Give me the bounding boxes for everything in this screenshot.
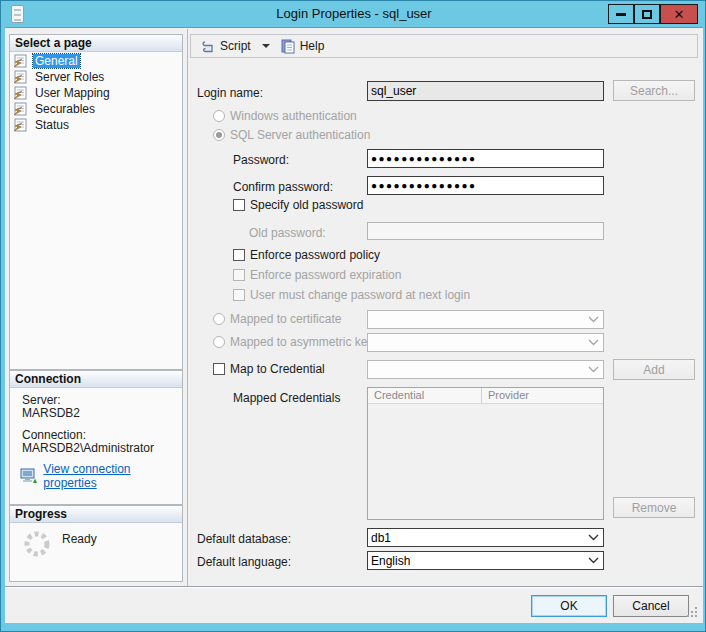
checkbox-icon [233,249,245,261]
sidebar-item-label: General [33,54,80,68]
footer-separator [5,586,703,588]
windows-auth-label: Windows authentication [230,109,357,123]
connection-properties-icon [20,468,37,484]
default-database-value: db1 [371,531,391,545]
mapped-credentials-label: Mapped Credentials [233,391,340,405]
enforce-expiration-label: Enforce password expiration [250,268,401,282]
server-value: MARSDB2 [22,406,80,420]
enforce-policy-checkbox[interactable]: Enforce password policy [233,248,380,262]
radio-icon [213,313,225,325]
mapped-certificate-radio: Mapped to certificate [213,312,341,326]
sidebar-item-securables[interactable]: Securables [10,101,182,117]
sql-auth-radio: SQL Server authentication [213,128,370,142]
mapped-asymmetric-key-radio: Mapped to asymmetric key [213,335,373,349]
script-button[interactable]: Script [197,37,254,56]
column-header-provider: Provider [482,388,529,403]
sidebar-item-label: Server Roles [33,70,106,84]
script-icon [200,39,216,54]
page-icon [13,102,29,117]
help-button[interactable]: Help [278,37,328,56]
cancel-button[interactable]: Cancel [613,595,689,617]
radio-icon [213,110,225,122]
script-dropdown-icon[interactable] [262,44,270,48]
credential-combo [367,360,604,379]
password-input[interactable] [367,149,604,168]
default-language-combo[interactable]: English [367,551,604,570]
checkbox-icon [233,289,245,301]
progress-panel: Progress Ready [9,505,183,582]
mapped-credentials-table[interactable]: Credential Provider [367,387,604,520]
specify-old-password-label: Specify old password [250,198,363,212]
pane-divider [187,29,188,586]
select-a-page-panel: Select a page General Server Roles User … [9,34,183,370]
progress-spinner-icon [22,529,52,559]
map-to-credential-checkbox[interactable]: Map to Credential [213,362,325,376]
chevron-down-icon [588,534,599,541]
mapped-asymmetric-key-label: Mapped to asymmetric key [230,335,373,349]
server-label: Server: [22,393,61,407]
select-a-page-header: Select a page [10,35,182,52]
sidebar-item-status[interactable]: Status [10,117,182,133]
close-button[interactable]: ✕ [660,4,698,24]
search-button: Search... [613,80,695,101]
window-title: Login Properties - sql_user [1,6,706,21]
login-name-input[interactable] [367,81,604,101]
view-connection-properties-link[interactable]: View connection properties [43,462,182,490]
default-language-value: English [371,554,410,568]
sidebar-item-label: Securables [33,102,97,116]
add-button: Add [613,359,695,380]
page-icon [13,70,29,85]
password-label: Password: [233,153,289,167]
enforce-policy-label: Enforce password policy [250,248,380,262]
chevron-down-icon [588,366,599,373]
mapped-certificate-label: Mapped to certificate [230,312,341,326]
checkbox-icon [213,363,225,375]
minimize-button[interactable] [608,4,634,24]
chevron-down-icon [588,557,599,564]
script-label: Script [220,39,251,53]
old-password-input [367,222,604,240]
chevron-down-icon [588,339,599,346]
connection-label: Connection: [22,428,86,442]
must-change-checkbox: User must change password at next login [233,288,470,302]
enforce-expiration-checkbox: Enforce password expiration [233,268,401,282]
page-icon [13,118,29,133]
chevron-down-icon [588,316,599,323]
connection-header: Connection [10,371,182,388]
help-icon [281,39,296,54]
title-bar[interactable]: Login Properties - sql_user ✕ [1,1,706,27]
sidebar-item-server-roles[interactable]: Server Roles [10,69,182,85]
specify-old-password-checkbox[interactable]: Specify old password [233,198,363,212]
page-icon [13,86,29,101]
progress-status: Ready [62,532,97,546]
login-properties-dialog: Login Properties - sql_user ✕ Select a p… [0,0,706,632]
table-header-row: Credential Provider [368,388,603,404]
connection-panel: Connection Server: MARSDB2 Connection: M… [9,370,183,505]
checkbox-icon [233,269,245,281]
maximize-icon [642,10,652,19]
minimize-icon [616,13,626,16]
must-change-label: User must change password at next login [250,288,470,302]
sidebar-item-label: Status [33,118,71,132]
confirm-password-label: Confirm password: [233,180,333,194]
sidebar-item-general[interactable]: General [10,53,182,69]
resize-grip[interactable] [685,605,699,619]
view-connection-properties[interactable]: View connection properties [20,462,182,490]
help-label: Help [300,39,325,53]
sql-auth-label: SQL Server authentication [230,128,370,142]
maximize-button[interactable] [634,4,660,24]
progress-header: Progress [10,506,182,523]
asymmetric-key-combo [367,333,604,352]
sidebar-item-user-mapping[interactable]: User Mapping [10,85,182,101]
checkbox-icon [233,199,245,211]
radio-icon [213,336,225,348]
page-icon [13,54,29,69]
sidebar-item-label: User Mapping [33,86,112,100]
login-name-label: Login name: [197,86,263,100]
map-to-credential-label: Map to Credential [230,362,325,376]
confirm-password-input[interactable] [367,176,604,195]
windows-auth-radio: Windows authentication [213,109,357,123]
ok-button[interactable]: OK [531,595,607,617]
toolbar: Script Help [190,34,698,58]
default-database-combo[interactable]: db1 [367,528,604,547]
